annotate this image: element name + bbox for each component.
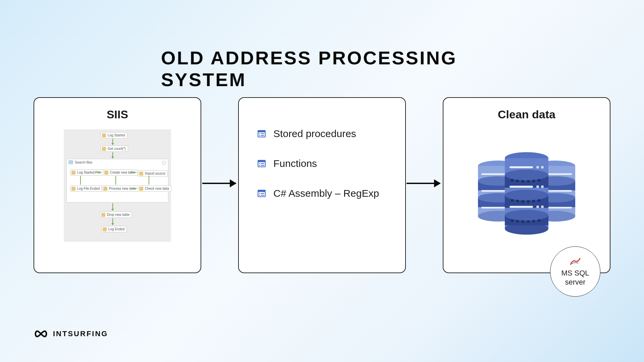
svg-rect-9 [261, 163, 264, 164]
svg-rect-27 [481, 207, 508, 208]
svg-rect-17 [261, 195, 264, 195]
svg-rect-47 [509, 166, 533, 168]
ssis-flow-diagram: Log Started Get count(*) Search files – … [64, 129, 171, 242]
svg-point-44 [505, 170, 548, 180]
svg-rect-15 [261, 193, 264, 194]
svg-rect-7 [258, 160, 265, 162]
svg-rect-8 [259, 163, 260, 164]
svg-rect-35 [545, 173, 572, 175]
database-stack-icon [468, 149, 585, 243]
ssis-node: Log Ended [101, 226, 127, 232]
ssis-node: Get count(*) [101, 145, 128, 152]
svg-rect-16 [259, 195, 260, 195]
svg-point-63 [516, 200, 519, 202]
window-list-icon [257, 129, 266, 138]
svg-point-70 [522, 220, 524, 223]
panel-middle: Stored procedures Functions [238, 97, 406, 273]
middle-list: Stored procedures Functions [249, 108, 395, 218]
panels-row: SIIS Log Started Get count(*) Search fil… [34, 97, 610, 273]
svg-rect-2 [259, 133, 260, 134]
svg-point-46 [505, 210, 548, 221]
infinity-logo-icon [34, 329, 48, 339]
ssis-arrow-icon [112, 139, 113, 145]
mssql-badge: MS SQLserver [550, 246, 600, 297]
svg-point-48 [536, 166, 539, 169]
svg-point-67 [538, 199, 540, 202]
ssis-arrow-icon [131, 188, 137, 189]
svg-rect-11 [261, 165, 264, 166]
svg-point-65 [527, 200, 530, 203]
svg-point-51 [536, 185, 539, 188]
svg-rect-37 [545, 207, 572, 208]
list-item-label: Functions [273, 158, 317, 169]
svg-point-45 [505, 190, 548, 200]
collapse-icon: – [162, 161, 166, 165]
ssis-arrow-icon [112, 203, 113, 210]
svg-point-52 [541, 185, 544, 188]
svg-point-71 [527, 220, 530, 223]
brand-footer: INTSURFING [34, 329, 108, 339]
svg-rect-13 [258, 190, 265, 192]
ssis-group-title: Search files [75, 161, 92, 164]
svg-point-66 [532, 200, 535, 202]
ssis-arrow-icon [80, 176, 81, 185]
window-list-icon [257, 189, 266, 198]
svg-rect-4 [259, 135, 260, 136]
list-item-label: Stored procedures [273, 128, 356, 139]
svg-point-54 [536, 205, 539, 208]
list-item: Functions [257, 158, 387, 169]
svg-rect-14 [259, 193, 260, 194]
svg-rect-53 [509, 206, 533, 208]
svg-rect-10 [259, 165, 260, 166]
ssis-node: Check new data [138, 185, 171, 192]
svg-point-60 [532, 180, 535, 182]
svg-point-68 [511, 219, 514, 222]
flow-arrow-icon [202, 183, 236, 184]
ssis-arrow-icon [95, 172, 102, 173]
svg-point-61 [538, 179, 540, 182]
sql-server-icon [569, 256, 581, 266]
panel-clean-data: Clean data [443, 97, 610, 273]
svg-rect-50 [509, 186, 533, 188]
svg-point-62 [511, 199, 514, 202]
panel-clean-data-title: Clean data [498, 108, 555, 121]
badge-text: MS SQLserver [561, 268, 589, 287]
svg-point-64 [522, 200, 524, 203]
ssis-group: Search files – Log Started File Create n… [66, 159, 168, 202]
svg-rect-25 [481, 173, 508, 175]
ssis-node: Drop new table [100, 212, 132, 218]
ssis-node: Log File Ended [70, 185, 102, 192]
ssis-arrow-icon [115, 176, 116, 185]
ssis-arrow-icon [149, 176, 149, 185]
svg-rect-3 [261, 133, 264, 134]
svg-rect-36 [545, 190, 572, 192]
flow-arrow-icon [407, 183, 440, 184]
list-item: Stored procedures [257, 128, 387, 139]
brand-name: INTSURFING [53, 329, 108, 338]
svg-point-59 [527, 180, 530, 183]
ssis-arrow-icon [112, 218, 113, 225]
svg-point-58 [522, 180, 524, 183]
svg-rect-5 [261, 135, 264, 136]
ssis-node: Import source [138, 170, 168, 177]
svg-point-69 [516, 220, 519, 223]
ssis-node: Log Started [101, 132, 127, 138]
svg-point-49 [541, 166, 544, 169]
svg-rect-26 [481, 190, 508, 192]
ssis-arrow-icon [112, 152, 113, 158]
window-list-icon [257, 159, 266, 168]
svg-rect-1 [258, 130, 265, 132]
panel-siis-title: SIIS [107, 108, 128, 121]
svg-point-57 [516, 180, 519, 182]
list-item: C# Assembly – RegExp [257, 188, 387, 199]
svg-point-72 [532, 220, 535, 223]
ssis-arrow-icon [130, 172, 137, 173]
svg-point-56 [511, 179, 514, 182]
database-illustration [468, 129, 585, 262]
slide-title: OLD ADDRESS PROCESSING SYSTEM [161, 47, 483, 90]
panel-siis: SIIS Log Started Get count(*) Search fil… [34, 97, 201, 273]
svg-point-55 [541, 205, 544, 208]
svg-point-73 [538, 219, 540, 222]
list-item-label: C# Assembly – RegExp [273, 188, 379, 199]
